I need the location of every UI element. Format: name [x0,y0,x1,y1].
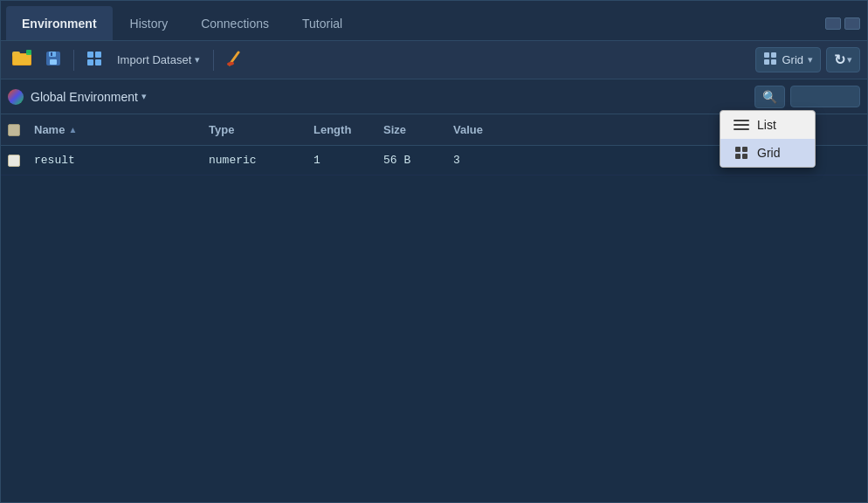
svg-rect-10 [95,52,101,58]
svg-rect-19 [734,120,749,121]
svg-rect-17 [764,59,769,65]
search-icon: 🔍 [762,90,777,104]
broom-icon [226,51,242,69]
save-button[interactable] [41,48,65,72]
grid-view-icon [86,51,102,69]
tab-tutorial[interactable]: Tutorial [286,6,358,40]
environment-name: Global Environment [31,90,138,104]
toolbar: Import Dataset ▾ [1,41,867,79]
row-checkbox[interactable] [8,155,20,167]
import-chevron-icon: ▾ [195,54,200,65]
tab-environment[interactable]: Environment [6,6,113,40]
header-checkbox-col [8,124,34,136]
sort-arrow-icon: ▲ [68,125,77,134]
grid-view-button[interactable] [82,48,107,72]
svg-rect-8 [51,52,52,56]
svg-rect-11 [87,59,93,65]
svg-rect-23 [742,147,747,152]
header-type-col[interactable]: Type [209,123,313,136]
grid-menu-icon [733,146,750,160]
refresh-chevron-icon: ▾ [847,54,852,65]
svg-rect-24 [735,154,741,159]
environment-icon [8,89,24,105]
maximize-button[interactable] [844,17,860,30]
dropdown-item-grid[interactable]: Grid [720,139,815,167]
svg-rect-7 [50,59,57,65]
svg-rect-15 [764,52,769,58]
env-bar-right: 🔍 [754,86,860,108]
cell-name: result [34,154,209,167]
table-body: result numeric 1 56 B 3 [1,146,867,502]
environment-chevron-icon: ▾ [141,91,147,102]
open-folder-button[interactable] [8,47,36,72]
svg-rect-22 [735,147,741,152]
header-checkbox[interactable] [8,124,20,136]
svg-rect-12 [95,59,101,65]
refresh-icon: ↻ [834,52,845,68]
svg-rect-3 [13,54,31,65]
header-size-col[interactable]: Size [383,123,453,136]
grid-dropdown-icon [763,52,777,68]
cell-length: 1 [313,154,383,167]
grid-label: Grid [782,53,803,66]
svg-rect-20 [734,124,749,126]
import-dataset-label: Import Dataset [117,53,191,66]
dropdown-item-list[interactable]: List [720,111,815,139]
separator-2 [213,50,214,71]
cell-value: 3 [453,154,541,167]
row-checkbox-cell [8,155,34,167]
broom-button[interactable] [222,48,246,72]
svg-rect-21 [734,128,749,130]
separator-1 [73,50,74,71]
svg-rect-16 [771,52,776,58]
minimize-button[interactable] [825,17,841,30]
dropdown-list-label: List [757,118,776,132]
environment-bar: Global Environment ▾ 🔍 [1,79,867,114]
svg-rect-4 [26,50,31,55]
svg-rect-9 [87,52,93,58]
grid-chevron-icon: ▾ [808,54,813,65]
svg-rect-18 [771,59,776,65]
refresh-button[interactable]: ↻ ▾ [826,47,860,72]
search-input[interactable] [790,86,860,107]
tab-history[interactable]: History [114,6,184,40]
search-button[interactable]: 🔍 [754,86,785,108]
header-name-col[interactable]: Name ▲ [34,123,209,136]
save-icon [45,51,61,69]
cell-size: 56 B [383,154,453,167]
svg-point-14 [227,61,235,65]
header-length-col[interactable]: Length [313,123,383,136]
header-value-col[interactable]: Value [453,123,541,136]
tab-bar: Environment History Connections Tutorial [1,1,867,41]
grid-dropdown-button[interactable]: Grid ▾ [755,47,821,72]
import-dataset-button[interactable]: Import Dataset ▾ [112,51,205,69]
list-icon [733,118,750,132]
environment-selector[interactable]: Global Environment ▾ [31,90,147,104]
folder-icon [12,50,31,70]
tab-connections[interactable]: Connections [185,6,285,40]
view-dropdown-menu: List Grid [720,110,816,168]
dropdown-grid-label: Grid [757,146,780,160]
svg-rect-25 [742,154,747,159]
toolbar-right: Grid ▾ ↻ ▾ [755,47,860,72]
window-controls [825,6,867,40]
cell-type: numeric [209,154,313,167]
